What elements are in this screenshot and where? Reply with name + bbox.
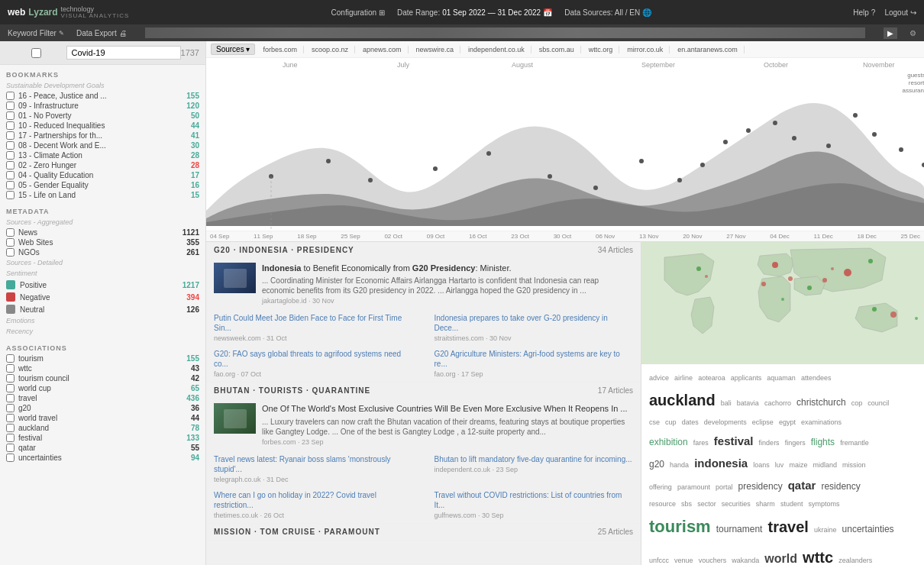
tag-loans[interactable]: loans (753, 459, 770, 471)
bookmark-hunger[interactable]: 02 - Zero Hunger 28 (6, 160, 199, 170)
article-half-ryanair[interactable]: Travel news latest: Ryanair boss slams '… (206, 451, 421, 487)
tag-residency[interactable]: residency (821, 479, 860, 496)
tag-offering[interactable]: offering (649, 481, 672, 493)
tag-fremantle[interactable]: fremantle (840, 437, 869, 449)
assoc-world-travel-checkbox[interactable] (6, 414, 15, 422)
assoc-tourism-checkbox[interactable] (6, 354, 15, 363)
source-news-checkbox[interactable] (6, 228, 15, 237)
bookmark-infra-checkbox[interactable] (6, 102, 15, 110)
tag-christchurch[interactable]: christchurch (796, 395, 846, 412)
article-half-bhutan-quarantine[interactable]: Bhutan to lift mandatory five-day quaran… (427, 451, 641, 487)
article-half-putin[interactable]: Putin Could Meet Joe Biden Face to Face … (206, 310, 421, 346)
tag-indonesia[interactable]: indonesia (694, 453, 748, 473)
tag-travel[interactable]: travel (768, 513, 809, 541)
tag-attendees[interactable]: attendees (801, 372, 832, 384)
bookmark-climate-checkbox[interactable] (6, 151, 15, 160)
source-websites-checkbox[interactable] (6, 238, 15, 247)
sentiment-neutral[interactable]: Neutral 126 (6, 303, 199, 315)
assoc-auckland-checkbox[interactable] (6, 424, 15, 432)
bookmark-partnerships-checkbox[interactable] (6, 131, 15, 140)
tag-uncertainties[interactable]: uncertainties (842, 521, 894, 538)
tag-resource[interactable]: resource (649, 498, 676, 510)
assoc-world-cup-checkbox[interactable] (6, 384, 15, 392)
date-range-display[interactable]: Date Range: 01 Sep 2022 — 31 Dec 2022 📅 (397, 8, 552, 17)
tag-cup[interactable]: cup (665, 416, 677, 428)
help-btn[interactable]: Help ? (853, 8, 875, 17)
keyword-filter-btn[interactable]: Keyword Filter ✎ (8, 29, 64, 37)
data-export-btn[interactable]: Data Export 🖨 (76, 29, 127, 37)
assoc-tourism-council[interactable]: tourism council 42 (6, 373, 199, 383)
tag-bali[interactable]: bali (721, 397, 732, 409)
source-scoop[interactable]: scoop.co.nz (305, 46, 355, 53)
tag-world[interactable]: world (764, 548, 797, 565)
tag-presidency[interactable]: presidency (738, 479, 783, 496)
source-ngos-checkbox[interactable] (6, 248, 15, 257)
article-half-travel-no-covid[interactable]: Travel without COVID restrictions: List … (427, 487, 641, 523)
bookmark-peace-checkbox[interactable] (6, 92, 15, 100)
tag-wakanda[interactable]: wakanda (732, 554, 759, 565)
tag-midland[interactable]: midland (813, 459, 838, 471)
tag-venue[interactable]: venue (674, 554, 693, 565)
source-apnews[interactable]: apnews.com (357, 46, 409, 53)
bookmark-inequalities[interactable]: 10 - Reduced Inequalities 44 (6, 121, 199, 131)
source-news[interactable]: News 1121 (6, 228, 199, 237)
assoc-uncertainties-checkbox[interactable] (6, 454, 15, 462)
tag-flights[interactable]: flights (811, 434, 835, 451)
bookmark-partnerships[interactable]: 17 - Partnerships for th... 41 (6, 131, 199, 140)
assoc-world-travel[interactable]: world travel 44 (6, 413, 199, 423)
bookmark-inequalities-checkbox[interactable] (6, 121, 15, 130)
tag-aquaman[interactable]: aquaman (767, 372, 796, 384)
tag-luv[interactable]: luv (775, 459, 784, 471)
bookmark-poverty[interactable]: 01 - No Poverty 50 (6, 111, 199, 121)
tag-finders[interactable]: finders (759, 437, 780, 449)
tag-egypt[interactable]: egypt (779, 416, 796, 428)
assoc-qatar-checkbox[interactable] (6, 444, 15, 452)
tag-eclipse[interactable]: eclipse (752, 416, 774, 428)
bookmark-decent-work-checkbox[interactable] (6, 141, 15, 150)
tag-applicants[interactable]: applicants (731, 372, 762, 384)
tag-cachorro[interactable]: cachorro (764, 397, 791, 409)
bookmark-education-checkbox[interactable] (6, 171, 15, 179)
source-wttc[interactable]: wttc.org (583, 46, 620, 53)
tag-zealanders[interactable]: zealanders (838, 554, 872, 565)
assoc-g20[interactable]: g20 36 (6, 403, 199, 413)
bookmark-climate[interactable]: 13 - Climate Action 28 (6, 150, 199, 160)
tag-advice[interactable]: advice (649, 372, 669, 384)
tag-maize[interactable]: maize (789, 459, 807, 471)
assoc-festival-checkbox[interactable] (6, 434, 15, 442)
tag-airline[interactable]: airline (674, 372, 693, 384)
tag-auckland[interactable]: auckland (649, 386, 716, 414)
assoc-travel-checkbox[interactable] (6, 394, 15, 402)
bookmark-life-land-checkbox[interactable] (6, 191, 15, 199)
bookmark-gender-checkbox[interactable] (6, 181, 15, 189)
tag-portal[interactable]: portal (716, 481, 733, 493)
settings-icon[interactable]: ⚙ (909, 29, 916, 37)
article-group-bhutan-header[interactable]: BHUTAN · TOURISTS · QUARANTINE 17 Articl… (206, 383, 641, 399)
assoc-auckland[interactable]: auckland 78 (6, 423, 199, 433)
tag-ukraine[interactable]: ukraine (814, 524, 837, 536)
sentiment-negative[interactable]: Negative 394 (6, 291, 199, 303)
article-half-holiday[interactable]: Where can I go on holiday in 2022? Covid… (206, 487, 421, 523)
tag-dates[interactable]: dates (682, 416, 699, 428)
source-newswire[interactable]: newswire.ca (410, 46, 461, 53)
article-group-mission-header[interactable]: MISSION · TOM CRUISE · PARAMOUNT 25 Arti… (206, 524, 641, 540)
bookmark-decent-work[interactable]: 08 - Decent Work and E... 30 (6, 140, 199, 150)
tag-securities[interactable]: securities (722, 498, 751, 510)
tag-fares[interactable]: fares (693, 437, 709, 449)
source-websites[interactable]: Web Sites 355 (6, 237, 199, 247)
tag-aotearoa[interactable]: aotearoa (698, 372, 725, 384)
source-independent[interactable]: independent.co.uk (462, 46, 531, 53)
assoc-uncertainties[interactable]: uncertainties 94 (6, 453, 199, 463)
assoc-world-cup[interactable]: world cup 65 (6, 383, 199, 393)
logout-btn[interactable]: Logout ↪ (884, 8, 916, 17)
tag-festival[interactable]: festival (714, 431, 754, 451)
assoc-g20-checkbox[interactable] (6, 404, 15, 412)
sources-dropdown-btn[interactable]: Sources ▾ (211, 44, 255, 55)
bookmark-education[interactable]: 04 - Quality Education 17 (6, 170, 199, 180)
article-indonesia-g20[interactable]: Indonesia to Benefit Economically from G… (206, 258, 641, 310)
tag-symptoms[interactable]: symptoms (808, 498, 839, 510)
tag-sector[interactable]: sector (697, 498, 716, 510)
assoc-wttc[interactable]: wttc 43 (6, 363, 199, 373)
source-antara[interactable]: en.antaranews.com (671, 46, 745, 53)
tag-examinations[interactable]: examinations (801, 416, 842, 428)
